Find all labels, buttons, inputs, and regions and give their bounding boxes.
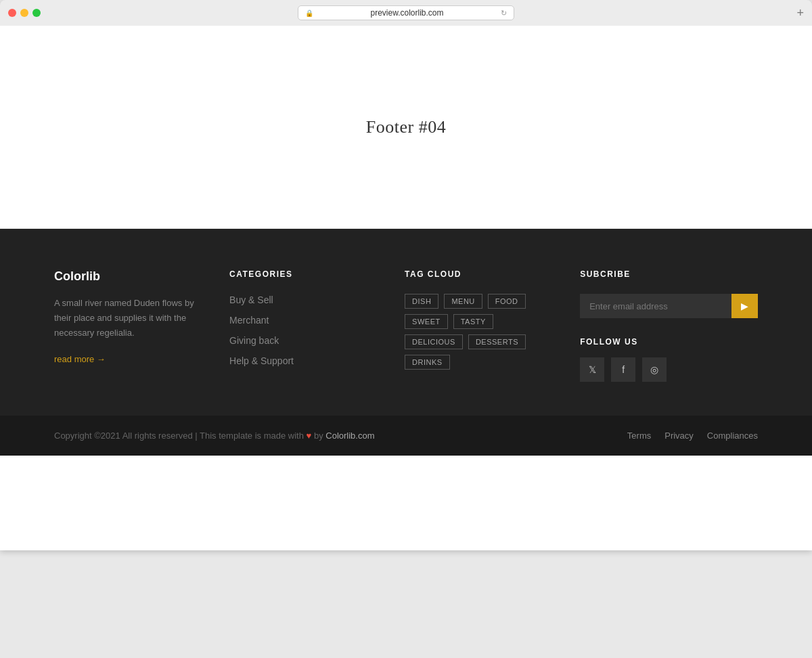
email-input[interactable] xyxy=(580,294,731,318)
tag-drinks[interactable]: DRINKS xyxy=(405,355,450,370)
list-item: Help & Support xyxy=(229,355,378,367)
heart-icon: ♥ xyxy=(307,431,314,441)
tag-cloud-title: TAG CLOUD xyxy=(405,269,553,279)
tag-dish[interactable]: DISH xyxy=(405,294,438,309)
footer-categories-col: CATEGORIES Buy & Sell Merchant Giving ba… xyxy=(229,269,378,382)
subscribe-button[interactable]: ▶ xyxy=(731,294,758,318)
facebook-icon[interactable]: f xyxy=(611,357,635,382)
tag-food[interactable]: FOOD xyxy=(488,294,526,309)
new-tab-button[interactable]: + xyxy=(796,7,804,19)
page-title: Footer #04 xyxy=(366,117,446,137)
copyright-label: Copyright ©2021 All rights reserved | Th… xyxy=(54,431,304,441)
list-item: Buy & Sell xyxy=(229,294,378,306)
footer-tags-col: TAG CLOUD DISH MENU FOOD SWEET TASTY DEL… xyxy=(405,269,553,382)
category-link-buy-sell[interactable]: Buy & Sell xyxy=(229,294,273,305)
browser-window: 🔒 preview.colorlib.com ↻ + Footer #04 Co… xyxy=(0,0,812,550)
tag-tasty[interactable]: TASTY xyxy=(453,314,493,329)
url-text: preview.colorlib.com xyxy=(317,8,497,18)
categories-list: Buy & Sell Merchant Giving back Help & S… xyxy=(229,294,378,367)
instagram-icon[interactable]: ◎ xyxy=(642,357,667,382)
footer-legal-links: Terms Privacy Compliances xyxy=(627,431,758,441)
categories-title: CATEGORIES xyxy=(229,269,378,279)
facebook-symbol: f xyxy=(622,364,625,375)
tag-sweet[interactable]: SWEET xyxy=(405,314,448,329)
footer-grid: Colorlib A small river named Duden flows… xyxy=(54,269,758,382)
privacy-link[interactable]: Privacy xyxy=(664,431,694,441)
subscribe-form: ▶ xyxy=(580,294,758,318)
tag-desserts[interactable]: DESSERTS xyxy=(468,334,526,349)
bottom-white-area xyxy=(0,456,812,550)
footer-subscribe-col: SUBCRIBE ▶ FOLLOW US 𝕏 f xyxy=(580,269,758,382)
list-item: Merchant xyxy=(229,314,378,326)
send-icon: ▶ xyxy=(741,301,748,311)
tag-delicious[interactable]: DELICIOUS xyxy=(405,334,463,349)
dot-minimize[interactable] xyxy=(20,9,28,17)
subscribe-title: SUBCRIBE xyxy=(580,269,758,279)
browser-content: Footer #04 Colorlib A small river named … xyxy=(0,26,812,550)
twitter-symbol: 𝕏 xyxy=(589,364,596,375)
dot-close[interactable] xyxy=(8,9,16,17)
browser-titlebar: 🔒 preview.colorlib.com ↻ + xyxy=(0,7,812,26)
social-icons: 𝕏 f ◎ xyxy=(580,357,758,382)
by-text: by xyxy=(314,431,323,441)
category-link-merchant[interactable]: Merchant xyxy=(229,315,269,326)
copyright-text: Copyright ©2021 All rights reserved | Th… xyxy=(54,431,375,441)
follow-us-title: FOLLOW US xyxy=(580,337,758,347)
terms-link[interactable]: Terms xyxy=(627,431,651,441)
footer-bottom: Copyright ©2021 All rights reserved | Th… xyxy=(0,416,812,456)
list-item: Giving back xyxy=(229,334,378,347)
footer-main: Colorlib A small river named Duden flows… xyxy=(0,229,812,416)
read-more-link[interactable]: read more → xyxy=(54,354,106,364)
address-bar[interactable]: 🔒 preview.colorlib.com ↻ xyxy=(298,5,514,20)
compliances-link[interactable]: Compliances xyxy=(707,431,758,441)
browser-dots xyxy=(8,9,41,17)
tag-cloud: DISH MENU FOOD SWEET TASTY DELICIOUS DES… xyxy=(405,294,553,370)
colorlib-link[interactable]: Colorlib.com xyxy=(325,431,374,441)
main-area: Footer #04 xyxy=(0,26,812,229)
lock-icon: 🔒 xyxy=(305,9,313,17)
category-link-help-support[interactable]: Help & Support xyxy=(229,355,294,366)
category-link-giving-back[interactable]: Giving back xyxy=(229,335,279,346)
tag-menu[interactable]: MENU xyxy=(444,294,482,309)
refresh-icon[interactable]: ↻ xyxy=(501,9,507,18)
instagram-symbol: ◎ xyxy=(650,364,658,375)
twitter-icon[interactable]: 𝕏 xyxy=(580,357,604,382)
footer-about-col: Colorlib A small river named Duden flows… xyxy=(54,269,202,382)
footer-brand: Colorlib xyxy=(54,269,202,284)
footer-description: A small river named Duden flows by their… xyxy=(54,296,202,341)
dot-maximize[interactable] xyxy=(32,9,41,17)
